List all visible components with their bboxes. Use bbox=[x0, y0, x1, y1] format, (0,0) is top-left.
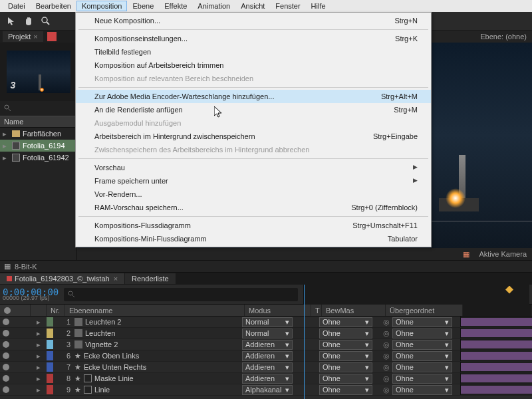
menu-item[interactable]: Kompositionseinstellungen...Strg+K bbox=[76, 32, 431, 45]
twirl-icon[interactable]: ▸ bbox=[3, 154, 9, 162]
twirl-icon[interactable]: ▸ bbox=[31, 329, 47, 338]
menu-item[interactable]: Titelbild festlegen bbox=[76, 45, 431, 59]
blend-mode-dropdown[interactable]: Normal▾ bbox=[242, 317, 293, 327]
blend-mode-dropdown[interactable]: Addieren▾ bbox=[242, 351, 293, 361]
layer-duration-bar[interactable] bbox=[460, 328, 532, 338]
layer-name-cell[interactable]: Leuchten bbox=[74, 329, 242, 337]
mode-column-header[interactable]: Modus bbox=[245, 305, 311, 316]
project-item[interactable]: ▸Farbflächen bbox=[0, 128, 76, 140]
project-name-column[interactable]: Name bbox=[0, 116, 76, 128]
visibility-eye-icon[interactable] bbox=[3, 364, 9, 370]
menu-item[interactable]: Kompositions-FlussdiagrammStrg+Umschalt+… bbox=[76, 219, 431, 232]
timeline-tab-comp[interactable]: Fotolia_61942803_©_twistah× bbox=[0, 273, 124, 284]
close-icon[interactable]: × bbox=[33, 33, 37, 41]
timeline-tab-renderlist[interactable]: Renderliste bbox=[125, 273, 176, 284]
menu-hilfe[interactable]: Hilfe bbox=[306, 1, 331, 11]
menu-item[interactable]: Arbeitsbereich im Hintergrund zwischensp… bbox=[76, 130, 431, 143]
label-color-swatch[interactable] bbox=[47, 362, 53, 372]
pickwhip-icon[interactable]: ◎ bbox=[383, 329, 390, 337]
trackmatte-column-header[interactable]: T bbox=[311, 305, 322, 316]
twirl-icon[interactable]: ▸ bbox=[31, 386, 47, 394]
av-switches[interactable] bbox=[0, 330, 31, 336]
menu-fenster[interactable]: Fenster bbox=[270, 1, 305, 11]
parent-dropdown[interactable]: Ohne▾ bbox=[392, 362, 452, 372]
grid-toggle-icon[interactable]: ▦ bbox=[459, 250, 473, 259]
timeline-layer-row[interactable]: ▸8★Maske LinieAddieren▾Ohne▾◎Ohne▾ bbox=[0, 373, 532, 384]
name-column-header[interactable]: Ebenenname bbox=[65, 305, 245, 316]
timeline-search[interactable] bbox=[64, 288, 297, 301]
layer-duration-bar[interactable] bbox=[460, 350, 532, 361]
active-camera-dropdown[interactable]: Aktive Kamera bbox=[479, 250, 527, 258]
layer-name-cell[interactable]: Leuchten 2 bbox=[74, 318, 242, 326]
parent-dropdown[interactable]: Ohne▾ bbox=[392, 351, 452, 361]
menu-animation[interactable]: Animation bbox=[192, 1, 235, 11]
blend-mode-dropdown[interactable]: Addieren▾ bbox=[242, 340, 293, 350]
bewmas-column-header[interactable]: BewMas bbox=[322, 305, 386, 316]
layer-name-cell[interactable]: ★Ecke Unten Rechts bbox=[74, 363, 242, 372]
menu-effekte[interactable]: Effekte bbox=[159, 1, 192, 11]
menu-ebene[interactable]: Ebene bbox=[127, 1, 159, 11]
nr-column-header[interactable]: Nr. bbox=[47, 305, 65, 316]
layer-name-cell[interactable]: ★Linie bbox=[74, 386, 242, 394]
twirl-icon[interactable]: ▸ bbox=[3, 130, 9, 138]
visibility-eye-icon[interactable] bbox=[3, 352, 9, 359]
menu-item[interactable]: RAM-Vorschau speichern...Strg+0 (Ziffern… bbox=[76, 201, 431, 214]
menu-item[interactable]: Komposition auf Arbeitsbereich trimmen bbox=[76, 59, 431, 72]
twirl-icon[interactable]: ▸ bbox=[31, 352, 47, 360]
close-icon[interactable]: × bbox=[114, 275, 118, 283]
twirl-icon[interactable]: ▸ bbox=[31, 363, 47, 372]
label-color-swatch[interactable] bbox=[47, 329, 53, 338]
av-switches[interactable] bbox=[0, 341, 31, 348]
menu-item[interactable]: An die Renderliste anfügenStrg+M bbox=[76, 103, 431, 116]
timeline-layer-row[interactable]: ▸6★Ecke Oben LinksAddieren▾Ohne▾◎Ohne▾ bbox=[0, 350, 532, 362]
av-switches[interactable] bbox=[0, 319, 31, 325]
timeline-layer-row[interactable]: ▸3Vignette 2Addieren▾Ohne▾◎Ohne▾ bbox=[0, 339, 532, 350]
label-color-swatch[interactable] bbox=[47, 351, 53, 360]
parent-dropdown[interactable]: Ohne▾ bbox=[392, 374, 452, 384]
trackmatte-dropdown[interactable]: Ohne▾ bbox=[319, 385, 372, 395]
blend-mode-dropdown[interactable]: Addieren▾ bbox=[242, 374, 293, 384]
menu-item[interactable]: Neue Komposition...Strg+N bbox=[76, 14, 431, 27]
parent-dropdown[interactable]: Ohne▾ bbox=[392, 317, 452, 327]
menu-datei[interactable]: Datei bbox=[3, 1, 31, 11]
layer-duration-bar[interactable] bbox=[460, 384, 532, 395]
layer-name-cell[interactable]: Vignette 2 bbox=[74, 340, 242, 348]
av-switches[interactable] bbox=[0, 375, 31, 382]
layer-duration-bar[interactable] bbox=[460, 373, 532, 384]
pickwhip-icon[interactable]: ◎ bbox=[383, 386, 390, 394]
interpret-icon[interactable]: ▦ bbox=[4, 262, 11, 271]
twirl-icon[interactable]: ▸ bbox=[31, 318, 47, 327]
trackmatte-dropdown[interactable]: Ohne▾ bbox=[319, 362, 372, 372]
trackmatte-dropdown[interactable]: Ohne▾ bbox=[319, 374, 372, 384]
pickwhip-icon[interactable]: ◎ bbox=[383, 340, 390, 348]
timeline-layer-row[interactable]: ▸2LeuchtenNormal▾Ohne▾◎Ohne▾ bbox=[0, 328, 532, 339]
layer-name-cell[interactable]: ★Maske Linie bbox=[74, 374, 242, 383]
selection-tool-icon[interactable] bbox=[4, 14, 19, 29]
blend-mode-dropdown[interactable]: Alphakanal▾ bbox=[242, 385, 293, 395]
trackmatte-dropdown[interactable]: Ohne▾ bbox=[319, 340, 372, 350]
layer-duration-bar[interactable] bbox=[460, 362, 532, 372]
menu-bearbeiten[interactable]: Bearbeiten bbox=[31, 1, 76, 11]
project-search[interactable] bbox=[0, 101, 76, 116]
pickwhip-icon[interactable]: ◎ bbox=[383, 374, 390, 382]
layer-duration-bar[interactable] bbox=[460, 339, 532, 350]
menu-item[interactable]: Frame speichern unter▶ bbox=[76, 174, 431, 188]
menu-komposition[interactable]: Komposition bbox=[76, 1, 128, 11]
twirl-icon[interactable]: ▸ bbox=[31, 374, 47, 383]
label-color-swatch[interactable] bbox=[47, 385, 53, 394]
menu-item[interactable]: Vorschau▶ bbox=[76, 161, 431, 174]
project-item[interactable]: ▸Fotolia_61942 bbox=[0, 152, 76, 164]
visibility-eye-icon[interactable] bbox=[3, 341, 9, 348]
visibility-eye-icon[interactable] bbox=[3, 330, 9, 336]
label-color-swatch[interactable] bbox=[47, 340, 53, 349]
av-switches[interactable] bbox=[0, 364, 31, 370]
menu-item[interactable]: Vor-Rendern... bbox=[76, 188, 431, 201]
twirl-icon[interactable]: ▸ bbox=[31, 340, 47, 349]
project-item[interactable]: ▸Fotolia_6194 bbox=[0, 140, 76, 152]
layer-dropdown[interactable]: Ebene: (ohne) bbox=[480, 33, 527, 41]
menu-item[interactable]: Kompositions-Mini-FlussdiagrammTabulator bbox=[76, 232, 431, 245]
timeline-layer-row[interactable]: ▸9★LinieAlphakanal▾Ohne▾◎Ohne▾ bbox=[0, 384, 532, 396]
visibility-eye-icon[interactable] bbox=[3, 319, 9, 325]
trackmatte-dropdown[interactable]: Ohne▾ bbox=[319, 329, 372, 338]
time-ruler[interactable] bbox=[303, 285, 529, 305]
